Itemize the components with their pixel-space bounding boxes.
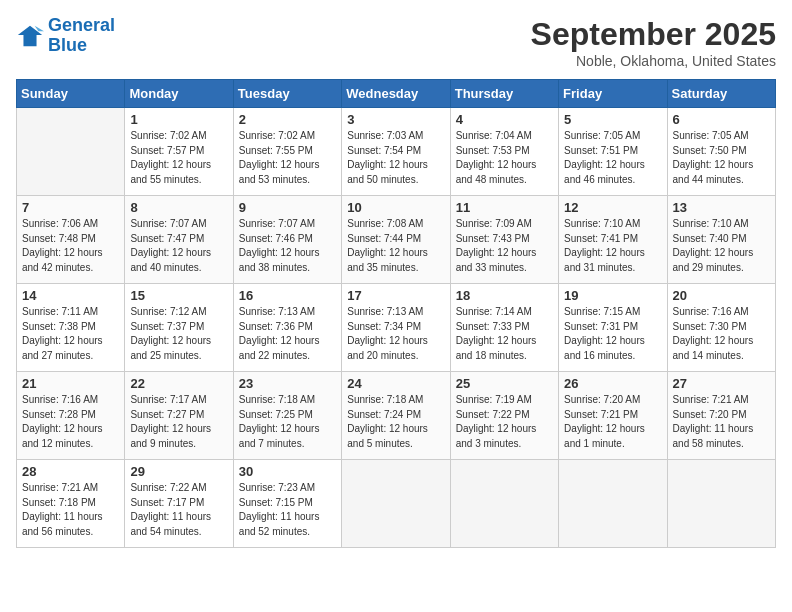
calendar-day-cell: 1Sunrise: 7:02 AMSunset: 7:57 PMDaylight… [125, 108, 233, 196]
day-number: 25 [456, 376, 553, 391]
day-number: 9 [239, 200, 336, 215]
day-info: Sunrise: 7:09 AMSunset: 7:43 PMDaylight:… [456, 217, 553, 275]
day-number: 10 [347, 200, 444, 215]
day-of-week-header: Saturday [667, 80, 775, 108]
calendar-day-cell: 18Sunrise: 7:14 AMSunset: 7:33 PMDayligh… [450, 284, 558, 372]
day-info: Sunrise: 7:13 AMSunset: 7:36 PMDaylight:… [239, 305, 336, 363]
calendar-header: SundayMondayTuesdayWednesdayThursdayFrid… [17, 80, 776, 108]
calendar-day-cell: 27Sunrise: 7:21 AMSunset: 7:20 PMDayligh… [667, 372, 775, 460]
calendar-day-cell: 12Sunrise: 7:10 AMSunset: 7:41 PMDayligh… [559, 196, 667, 284]
calendar-day-cell: 3Sunrise: 7:03 AMSunset: 7:54 PMDaylight… [342, 108, 450, 196]
month-title: September 2025 [531, 16, 776, 53]
day-number: 23 [239, 376, 336, 391]
calendar-day-cell: 29Sunrise: 7:22 AMSunset: 7:17 PMDayligh… [125, 460, 233, 548]
calendar-day-cell [342, 460, 450, 548]
day-info: Sunrise: 7:21 AMSunset: 7:18 PMDaylight:… [22, 481, 119, 539]
day-of-week-header: Thursday [450, 80, 558, 108]
day-number: 16 [239, 288, 336, 303]
day-info: Sunrise: 7:11 AMSunset: 7:38 PMDaylight:… [22, 305, 119, 363]
calendar-day-cell: 8Sunrise: 7:07 AMSunset: 7:47 PMDaylight… [125, 196, 233, 284]
calendar-day-cell: 20Sunrise: 7:16 AMSunset: 7:30 PMDayligh… [667, 284, 775, 372]
calendar-day-cell [450, 460, 558, 548]
day-number: 22 [130, 376, 227, 391]
calendar-week-row: 7Sunrise: 7:06 AMSunset: 7:48 PMDaylight… [17, 196, 776, 284]
calendar-day-cell: 11Sunrise: 7:09 AMSunset: 7:43 PMDayligh… [450, 196, 558, 284]
day-info: Sunrise: 7:05 AMSunset: 7:51 PMDaylight:… [564, 129, 661, 187]
day-number: 26 [564, 376, 661, 391]
day-info: Sunrise: 7:07 AMSunset: 7:47 PMDaylight:… [130, 217, 227, 275]
day-number: 7 [22, 200, 119, 215]
calendar-day-cell: 9Sunrise: 7:07 AMSunset: 7:46 PMDaylight… [233, 196, 341, 284]
day-number: 30 [239, 464, 336, 479]
calendar-body: 1Sunrise: 7:02 AMSunset: 7:57 PMDaylight… [17, 108, 776, 548]
day-info: Sunrise: 7:17 AMSunset: 7:27 PMDaylight:… [130, 393, 227, 451]
day-of-week-header: Sunday [17, 80, 125, 108]
day-number: 24 [347, 376, 444, 391]
day-info: Sunrise: 7:02 AMSunset: 7:57 PMDaylight:… [130, 129, 227, 187]
day-info: Sunrise: 7:22 AMSunset: 7:17 PMDaylight:… [130, 481, 227, 539]
calendar-day-cell: 13Sunrise: 7:10 AMSunset: 7:40 PMDayligh… [667, 196, 775, 284]
calendar-day-cell: 5Sunrise: 7:05 AMSunset: 7:51 PMDaylight… [559, 108, 667, 196]
days-of-week-row: SundayMondayTuesdayWednesdayThursdayFrid… [17, 80, 776, 108]
day-number: 2 [239, 112, 336, 127]
day-info: Sunrise: 7:03 AMSunset: 7:54 PMDaylight:… [347, 129, 444, 187]
day-number: 8 [130, 200, 227, 215]
day-info: Sunrise: 7:21 AMSunset: 7:20 PMDaylight:… [673, 393, 770, 451]
calendar-day-cell: 10Sunrise: 7:08 AMSunset: 7:44 PMDayligh… [342, 196, 450, 284]
day-number: 29 [130, 464, 227, 479]
day-info: Sunrise: 7:19 AMSunset: 7:22 PMDaylight:… [456, 393, 553, 451]
calendar-week-row: 21Sunrise: 7:16 AMSunset: 7:28 PMDayligh… [17, 372, 776, 460]
day-number: 17 [347, 288, 444, 303]
day-info: Sunrise: 7:16 AMSunset: 7:30 PMDaylight:… [673, 305, 770, 363]
day-number: 14 [22, 288, 119, 303]
calendar-day-cell: 26Sunrise: 7:20 AMSunset: 7:21 PMDayligh… [559, 372, 667, 460]
calendar-week-row: 14Sunrise: 7:11 AMSunset: 7:38 PMDayligh… [17, 284, 776, 372]
calendar-day-cell [667, 460, 775, 548]
calendar-day-cell [17, 108, 125, 196]
calendar-day-cell: 28Sunrise: 7:21 AMSunset: 7:18 PMDayligh… [17, 460, 125, 548]
calendar-day-cell: 19Sunrise: 7:15 AMSunset: 7:31 PMDayligh… [559, 284, 667, 372]
day-info: Sunrise: 7:07 AMSunset: 7:46 PMDaylight:… [239, 217, 336, 275]
day-number: 20 [673, 288, 770, 303]
day-info: Sunrise: 7:06 AMSunset: 7:48 PMDaylight:… [22, 217, 119, 275]
day-of-week-header: Tuesday [233, 80, 341, 108]
calendar-day-cell: 2Sunrise: 7:02 AMSunset: 7:55 PMDaylight… [233, 108, 341, 196]
calendar-day-cell: 6Sunrise: 7:05 AMSunset: 7:50 PMDaylight… [667, 108, 775, 196]
day-info: Sunrise: 7:10 AMSunset: 7:41 PMDaylight:… [564, 217, 661, 275]
day-info: Sunrise: 7:10 AMSunset: 7:40 PMDaylight:… [673, 217, 770, 275]
day-info: Sunrise: 7:08 AMSunset: 7:44 PMDaylight:… [347, 217, 444, 275]
calendar-week-row: 1Sunrise: 7:02 AMSunset: 7:57 PMDaylight… [17, 108, 776, 196]
day-info: Sunrise: 7:15 AMSunset: 7:31 PMDaylight:… [564, 305, 661, 363]
day-number: 6 [673, 112, 770, 127]
day-info: Sunrise: 7:20 AMSunset: 7:21 PMDaylight:… [564, 393, 661, 451]
day-number: 19 [564, 288, 661, 303]
day-info: Sunrise: 7:14 AMSunset: 7:33 PMDaylight:… [456, 305, 553, 363]
calendar-day-cell: 24Sunrise: 7:18 AMSunset: 7:24 PMDayligh… [342, 372, 450, 460]
calendar-day-cell: 4Sunrise: 7:04 AMSunset: 7:53 PMDaylight… [450, 108, 558, 196]
logo-icon [16, 22, 44, 50]
day-number: 27 [673, 376, 770, 391]
page-header: General Blue September 2025 Noble, Oklah… [16, 16, 776, 69]
day-number: 12 [564, 200, 661, 215]
calendar-day-cell: 17Sunrise: 7:13 AMSunset: 7:34 PMDayligh… [342, 284, 450, 372]
day-info: Sunrise: 7:18 AMSunset: 7:24 PMDaylight:… [347, 393, 444, 451]
day-info: Sunrise: 7:23 AMSunset: 7:15 PMDaylight:… [239, 481, 336, 539]
title-block: September 2025 Noble, Oklahoma, United S… [531, 16, 776, 69]
logo: General Blue [16, 16, 115, 56]
calendar-day-cell: 22Sunrise: 7:17 AMSunset: 7:27 PMDayligh… [125, 372, 233, 460]
day-number: 28 [22, 464, 119, 479]
day-number: 1 [130, 112, 227, 127]
day-info: Sunrise: 7:13 AMSunset: 7:34 PMDaylight:… [347, 305, 444, 363]
logo-text: General Blue [48, 16, 115, 56]
day-number: 3 [347, 112, 444, 127]
day-number: 15 [130, 288, 227, 303]
calendar-day-cell: 7Sunrise: 7:06 AMSunset: 7:48 PMDaylight… [17, 196, 125, 284]
calendar-day-cell: 23Sunrise: 7:18 AMSunset: 7:25 PMDayligh… [233, 372, 341, 460]
day-number: 5 [564, 112, 661, 127]
calendar-day-cell: 25Sunrise: 7:19 AMSunset: 7:22 PMDayligh… [450, 372, 558, 460]
calendar-day-cell [559, 460, 667, 548]
calendar-day-cell: 15Sunrise: 7:12 AMSunset: 7:37 PMDayligh… [125, 284, 233, 372]
day-of-week-header: Monday [125, 80, 233, 108]
calendar-day-cell: 14Sunrise: 7:11 AMSunset: 7:38 PMDayligh… [17, 284, 125, 372]
calendar-week-row: 28Sunrise: 7:21 AMSunset: 7:18 PMDayligh… [17, 460, 776, 548]
